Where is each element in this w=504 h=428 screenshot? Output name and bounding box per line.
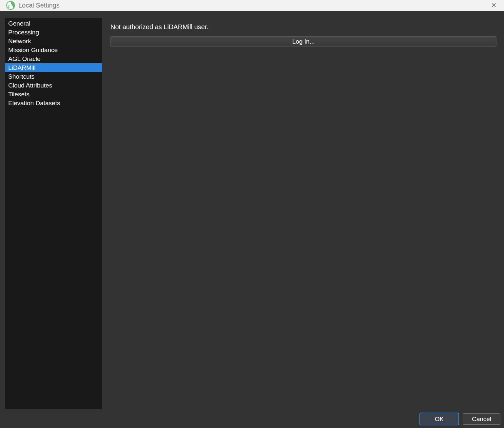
close-icon[interactable]: ✕ — [484, 0, 504, 11]
settings-category-list: General Processing Network Mission Guida… — [5, 18, 102, 409]
titlebar: E Local Settings ✕ — [0, 0, 504, 11]
sidebar-item-mission-guidance[interactable]: Mission Guidance — [5, 46, 102, 54]
cancel-button[interactable]: Cancel — [463, 413, 500, 425]
lidarmill-auth-status: Not authorized as LiDARMill user. — [110, 23, 208, 31]
sidebar-item-tilesets[interactable]: Tilesets — [5, 90, 102, 99]
sidebar-item-general[interactable]: General — [5, 19, 102, 28]
sidebar-item-elevation-datasets[interactable]: Elevation Datasets — [5, 99, 102, 107]
local-settings-dialog: E Local Settings ✕ General Processing Ne… — [0, 0, 504, 428]
app-logo-icon: E — [6, 1, 15, 10]
sidebar-item-network[interactable]: Network — [5, 37, 102, 46]
log-in-button[interactable]: Log In... — [110, 36, 496, 47]
sidebar-item-shortcuts[interactable]: Shortcuts — [5, 72, 102, 81]
ok-button[interactable]: OK — [419, 413, 459, 425]
sidebar-item-agl-oracle[interactable]: AGL Oracle — [5, 54, 102, 63]
svg-text:E: E — [8, 5, 10, 9]
sidebar-item-cloud-attributes[interactable]: Cloud Attributes — [5, 81, 102, 90]
sidebar-item-processing[interactable]: Processing — [5, 28, 102, 37]
sidebar-item-lidarmill[interactable]: LiDARMill — [5, 63, 102, 72]
window-title: Local Settings — [18, 2, 60, 9]
